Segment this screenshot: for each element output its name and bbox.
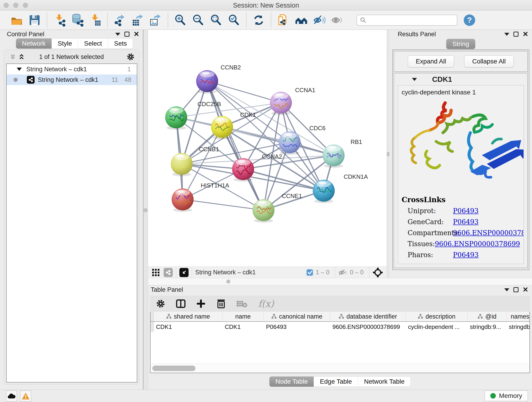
import-table-icon[interactable] [88,13,102,27]
zoom-fit-icon[interactable] [209,13,223,27]
tab-select[interactable]: Select [78,38,108,49]
memory-button[interactable]: Memory [485,390,528,401]
column-header-canonical-name[interactable]: canonical name [264,312,330,321]
zoom-in-icon[interactable] [173,13,187,27]
column-header--id[interactable]: @id [468,312,507,321]
tab-sets[interactable]: Sets [108,38,133,49]
column-header-namespace[interactable]: namespace [507,312,530,321]
zoom-window-button[interactable] [23,3,28,8]
table-cell[interactable]: cyclin-dependent ... [406,322,468,332]
search-input[interactable] [367,17,449,24]
network-node-CCNA1[interactable] [270,92,292,115]
delete-column-icon[interactable] [216,299,226,309]
crosslink-link[interactable]: P06493 [453,207,479,215]
right-splitter[interactable] [387,30,389,278]
tab-node-table[interactable]: Node Table [269,376,314,387]
splitter-handle[interactable] [144,208,147,212]
expand-all-button[interactable]: Expand All [408,56,454,67]
tab-string[interactable]: String [446,39,475,49]
column-header-name[interactable]: name [222,312,264,321]
network-node-RB1[interactable] [323,144,345,168]
tab-style[interactable]: Style [52,38,78,49]
crosslink-link[interactable]: P06493 [453,251,479,259]
network-node-CDKN1A[interactable] [313,180,335,203]
delete-table-icon[interactable] [236,299,248,308]
network-node-CCNA2[interactable] [232,158,254,182]
import-network-file-icon[interactable] [52,13,66,27]
column-header-description[interactable]: description [406,312,468,321]
panel-float-icon[interactable] [513,32,519,37]
node-table[interactable]: shared namenamecanonical namedatabase id… [150,312,530,373]
selected-checkbox-icon[interactable] [306,269,313,276]
tab-edge-table[interactable]: Edge Table [314,376,358,387]
grid-view-icon[interactable] [151,268,160,277]
collapse-all-button[interactable]: Collapse All [464,56,514,67]
crosslink-link[interactable]: 9606.ENSP00000378699 [435,240,520,248]
refresh-icon[interactable] [252,13,266,27]
show-all-icon[interactable] [330,13,344,27]
section-expander-icon[interactable] [412,78,417,81]
panel-float-icon[interactable] [124,32,129,37]
panel-close-icon[interactable]: ✕ [133,32,139,37]
show-columns-icon[interactable] [176,299,186,309]
copy-network-icon[interactable] [276,13,291,27]
hide-selected-icon[interactable] [312,13,326,27]
table-cell[interactable]: CDK1 [222,322,264,332]
cloud-status-button[interactable] [6,390,17,402]
panel-close-icon[interactable]: ✕ [523,287,528,292]
table-cell[interactable]: P06493 [264,322,330,332]
neighbors-icon[interactable] [294,13,308,27]
network-canvas[interactable]: CCNB2CCNA1CDC25BCDK1CDC6RB1CCNB1CCNA2CDK… [148,30,387,267]
import-network-database-icon[interactable] [70,13,84,27]
tab-network-table[interactable]: Network Table [358,376,411,387]
hidden-eye-icon[interactable] [338,269,348,276]
column-header-database-identifier[interactable]: database identifier [330,312,406,321]
network-node-HIST1H1A[interactable] [172,188,194,212]
gear-icon[interactable] [126,52,135,61]
zoom-out-icon[interactable] [191,13,205,27]
gene-section-header[interactable]: CDK1 [394,73,527,85]
table-cell[interactable]: 9606.ENSP00000378699 [330,322,406,332]
help-icon[interactable]: ? [464,14,475,26]
birdseye-navigator-icon[interactable] [373,267,383,278]
export-table-icon[interactable] [131,13,145,27]
panel-menu-icon[interactable] [504,33,509,36]
panel-menu-icon[interactable] [115,33,120,36]
table-cell[interactable]: stringdb [507,322,530,332]
warning-status-button[interactable] [20,390,31,402]
scrollbar-thumb[interactable] [152,366,196,371]
table-row[interactable]: CDK1CDK1P064939606.ENSP00000378699cyclin… [151,322,530,332]
network-node-CCNB1[interactable] [171,153,193,176]
splitter-handle[interactable] [226,280,230,283]
close-window-button[interactable] [4,3,9,8]
column-header-shared-name[interactable]: shared name [154,312,222,321]
left-splitter[interactable] [143,30,148,390]
table-hscrollbar[interactable] [151,364,530,373]
panel-float-icon[interactable] [513,287,519,292]
tree-expander-icon[interactable] [17,68,22,71]
network-collection-row[interactable]: String Network – cdk1 1 [7,64,137,75]
export-image-icon[interactable] [148,13,163,27]
panel-close-icon[interactable]: ✕ [523,32,528,37]
function-builder-icon[interactable]: f(x) [258,298,274,309]
network-node-CDC25B[interactable] [165,106,187,130]
save-session-icon[interactable] [27,13,42,27]
add-column-icon[interactable] [196,299,206,309]
network-row[interactable]: String Network – cdk1 11 48 [7,75,137,85]
open-session-icon[interactable] [10,13,24,27]
detach-view-icon[interactable] [179,268,189,277]
network-edge-CCNE1-HIST1H1A[interactable] [183,199,264,210]
tab-network[interactable]: Network [16,38,52,49]
panel-menu-icon[interactable] [504,288,509,291]
export-network-icon[interactable] [113,13,127,27]
zoom-selected-icon[interactable] [227,13,241,27]
table-cell[interactable]: CDK1 [154,322,222,332]
network-node-CCNE1[interactable] [253,199,274,223]
network-share-icon[interactable] [164,268,173,277]
minimize-window-button[interactable] [13,3,18,8]
crosslink-link[interactable]: P06493 [453,218,479,226]
table-settings-gear-icon[interactable] [156,299,166,309]
crosslink-link[interactable]: 9606.ENSP00000378699 [453,229,524,237]
bottom-splitter[interactable] [148,278,532,285]
table-cell[interactable]: stringdb:9... [468,322,507,332]
